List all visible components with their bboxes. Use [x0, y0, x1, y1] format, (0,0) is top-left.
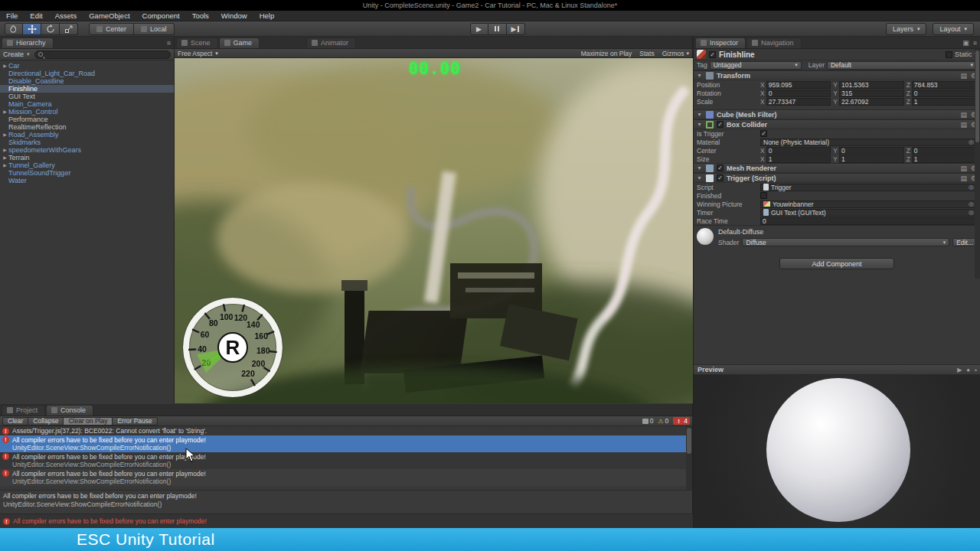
tab-scene[interactable]: Scene [176, 37, 218, 48]
center-y-field[interactable]: 0 [839, 147, 904, 155]
foldout-icon[interactable]: ▼ [697, 112, 703, 117]
tab-project[interactable]: Project [2, 405, 45, 416]
object-picker-icon[interactable]: ◎ [969, 209, 974, 216]
hierarchy-item-speedometerwithgears[interactable]: ▶speedometerWithGears [0, 146, 174, 154]
script-enabled-checkbox[interactable]: ✓ [717, 174, 724, 181]
race-time-field[interactable]: 0 [760, 217, 977, 225]
mesh-renderer-enabled-checkbox[interactable]: ✓ [717, 165, 724, 171]
console-entry-selected[interactable]: ! All compiler errors have to be fixed b… [0, 435, 692, 452]
menu-window[interactable]: Window [215, 11, 253, 21]
console-entry[interactable]: ! All compiler errors have to be fixed b… [0, 469, 692, 486]
rotation-z-field[interactable]: 0 [912, 90, 977, 97]
foldout-icon[interactable]: ▶ [2, 62, 8, 70]
active-checkbox[interactable]: ✓ [709, 51, 716, 58]
scale-z-field[interactable]: 1 [912, 98, 977, 106]
hierarchy-item-main-camera[interactable]: Main_Camera [0, 100, 174, 108]
object-icon[interactable] [697, 50, 706, 59]
material-section[interactable]: Default-Diffuse Shader Diffuse ▾ Edit... [694, 225, 980, 249]
tab-inspector[interactable]: Inspector [695, 37, 746, 48]
add-component-button[interactable]: Add Component [779, 258, 894, 269]
hierarchy-search-input[interactable] [34, 51, 171, 59]
hierarchy-item-tunnel-gallery[interactable]: ▶Tunnel_Gallery [0, 161, 174, 169]
panel-menu-icon[interactable]: ≡ [973, 39, 977, 47]
tab-hierarchy[interactable]: Hierarchy [2, 37, 54, 48]
pivot-button[interactable]: Center [89, 23, 134, 35]
error-pause-toggle[interactable]: Error Pause [113, 417, 157, 425]
hierarchy-item-realtimereflection[interactable]: RealtimeReflection [0, 123, 174, 131]
menu-help[interactable]: Help [253, 11, 281, 21]
move-tool-button[interactable] [23, 23, 41, 35]
trigger-script-component-header[interactable]: ▼ ✓ Trigger (Script) ▤⚙ [694, 173, 980, 183]
foldout-icon[interactable]: ▼ [697, 73, 703, 78]
transform-component-header[interactable]: ▼ Transform ▤⚙ [694, 70, 980, 80]
menu-file[interactable]: File [0, 11, 24, 21]
foldout-icon[interactable]: ▶ [2, 131, 8, 139]
gizmos-dropdown[interactable]: Gizmos ▾ [662, 50, 689, 57]
scale-tool-button[interactable] [60, 23, 78, 35]
is-trigger-checkbox[interactable]: ✓ [760, 130, 767, 137]
foldout-icon[interactable]: ▶ [2, 146, 8, 154]
box-collider-enabled-checkbox[interactable]: ✓ [717, 121, 724, 128]
foldout-icon[interactable]: ▶ [2, 161, 8, 169]
hierarchy-item-performance[interactable]: Performance [0, 116, 174, 123]
menu-edit[interactable]: Edit [24, 11, 48, 21]
size-y-field[interactable]: 1 [839, 155, 904, 163]
hierarchy-item-gui-text[interactable]: GUI Text [0, 93, 174, 100]
mesh-filter-component-header[interactable]: ▼ Cube (Mesh Filter) ▤⚙ [694, 109, 980, 119]
console-scrollbar[interactable] [686, 426, 692, 490]
tab-game[interactable]: Game [219, 37, 260, 48]
hierarchy-item-finishline[interactable]: Finishline [0, 85, 174, 93]
console-entry[interactable]: ! Assets/Trigger.js(37,22): BCE0022: Can… [0, 426, 692, 435]
warning-count[interactable]: ⚠0 [658, 417, 668, 425]
play-button[interactable]: ▶ [470, 23, 488, 35]
layers-dropdown[interactable]: Layers ▾ [886, 23, 927, 35]
panel-menu-icon[interactable]: ≡ [167, 39, 171, 47]
layer-dropdown[interactable]: Default ▾ [827, 61, 977, 70]
center-x-field[interactable]: 0 [766, 147, 831, 155]
foldout-icon[interactable]: ▼ [697, 165, 703, 171]
help-icon[interactable]: ▤ [960, 174, 967, 182]
lock-icon[interactable]: ▣ [962, 39, 969, 47]
hierarchy-item-car[interactable]: ▶Car [0, 62, 174, 70]
winning-picture-field[interactable]: Youwinbanner ◎ [760, 201, 977, 208]
rotation-x-field[interactable]: 0 [766, 90, 831, 97]
preview-dot-icon[interactable]: ● [966, 367, 970, 373]
box-collider-component-header[interactable]: ▼ ✓ Box Collider ▤⚙ [694, 119, 980, 129]
position-y-field[interactable]: 101.5363 [839, 81, 904, 89]
preview-header[interactable]: Preview ▶ ● ▪ [694, 364, 980, 375]
position-x-field[interactable]: 959.095 [766, 81, 831, 89]
menu-gameobject[interactable]: GameObject [83, 11, 136, 21]
hierarchy-item-mission-control[interactable]: ▶Mission_Control [0, 108, 174, 116]
game-viewport[interactable]: 00.00 20 40 60 80 [175, 58, 693, 403]
inspector-scrollbar[interactable] [975, 49, 980, 279]
timer-field[interactable]: GUI Text (GUIText) ◎ [760, 209, 977, 217]
scale-x-field[interactable]: 27.73347 [766, 98, 831, 106]
hierarchy-item-tunnelsoundtrigger[interactable]: TunnelSoundTrigger [0, 169, 174, 177]
hierarchy-item-water[interactable]: Water [0, 177, 174, 184]
foldout-icon[interactable]: ▼ [697, 175, 703, 181]
pause-button[interactable] [488, 23, 507, 35]
clear-button[interactable]: Clear [2, 417, 28, 425]
step-button[interactable]: ▶ [507, 23, 525, 35]
menu-component[interactable]: Component [136, 11, 186, 21]
hierarchy-item-terrain[interactable]: ▶Terrain [0, 154, 174, 161]
help-icon[interactable]: ▤ [960, 72, 967, 80]
foldout-icon[interactable]: ▼ [697, 122, 703, 127]
object-picker-icon[interactable]: ◎ [969, 184, 974, 191]
foldout-icon[interactable]: ▶ [2, 108, 8, 116]
size-z-field[interactable]: 1 [912, 155, 977, 163]
foldout-icon[interactable]: ▶ [2, 154, 8, 161]
object-picker-icon[interactable]: ◎ [969, 201, 974, 207]
script-field[interactable]: Trigger ◎ [760, 184, 977, 191]
help-icon[interactable]: ▤ [960, 165, 967, 172]
finished-checkbox[interactable] [760, 192, 767, 199]
console-entry[interactable]: ! All compiler errors have to be fixed b… [0, 452, 692, 469]
status-bar[interactable]: ! All compiler errors have to be fixed b… [0, 514, 693, 528]
tag-dropdown[interactable]: Untagged ▾ [710, 61, 802, 70]
tab-navigation[interactable]: Navigation [746, 37, 802, 48]
info-count[interactable]: 0 [642, 417, 654, 425]
pan-tool-button[interactable] [5, 23, 23, 35]
edit-material-button[interactable]: Edit... [952, 238, 977, 246]
create-button[interactable]: Create ▾ [3, 51, 30, 58]
mesh-renderer-component-header[interactable]: ▼ ✓ Mesh Renderer ▤⚙ [694, 163, 980, 173]
